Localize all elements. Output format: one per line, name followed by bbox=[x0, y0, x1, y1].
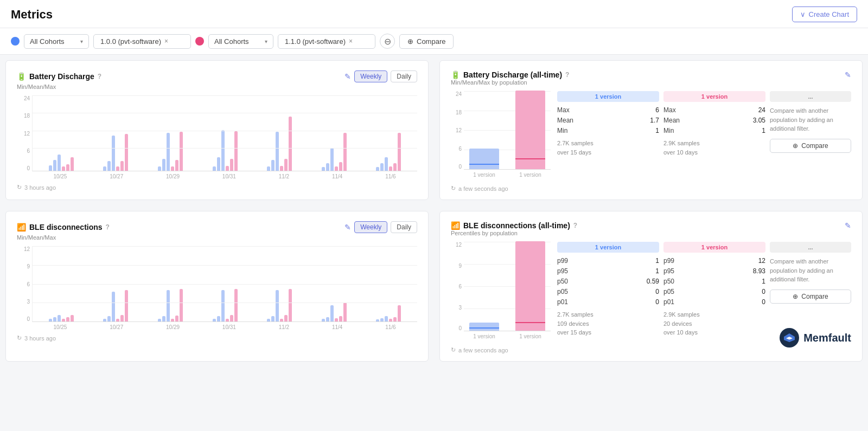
bar-pink-min bbox=[389, 166, 392, 171]
ble-weekly-toggle-button[interactable]: Weekly bbox=[354, 221, 387, 233]
compare-label: Compare bbox=[417, 37, 445, 46]
bd-compare-desc: Compare with another population by addin… bbox=[770, 106, 851, 133]
bar-pink-max bbox=[398, 133, 401, 171]
create-chart-button[interactable]: ∨ Create Chart bbox=[792, 7, 857, 22]
bar-pink-min bbox=[280, 166, 283, 171]
ble-edit-icon[interactable]: ✎ bbox=[344, 223, 351, 231]
y-label-6: 6 bbox=[17, 148, 30, 154]
bar-blue-mean bbox=[271, 160, 275, 171]
ble-stats-panel-1: 1 version p99 1 p95 1 p50 0.59 p05 bbox=[557, 242, 659, 342]
bar-pink-max bbox=[71, 157, 74, 171]
bd-x-label-1: 1 version bbox=[469, 172, 499, 178]
bd-alltime-title: 🔋 Battery Discharge (all-time) ? bbox=[451, 70, 569, 79]
bar-blue-mean bbox=[107, 161, 111, 171]
cohort2-select[interactable]: All Cohorts ▾ bbox=[208, 34, 273, 49]
bar-pink-min bbox=[335, 166, 338, 171]
compare-button[interactable]: ⊕ Compare bbox=[399, 34, 454, 49]
ble-alltime-y-axis: 12 9 6 3 0 bbox=[451, 242, 462, 342]
version1-close-button[interactable]: × bbox=[164, 37, 168, 45]
bar-blue-mean bbox=[326, 163, 329, 171]
ble-alltime-title-area: 📶 BLE disconnections (all-time) ? Percen… bbox=[451, 221, 577, 242]
bar-pink-mean bbox=[393, 163, 397, 171]
memfault-brand-name: Memfault bbox=[803, 332, 851, 344]
bd-alltime-y-axis: 24 18 12 6 0 bbox=[451, 91, 462, 181]
bar-blue-min bbox=[267, 166, 270, 171]
x-axis: 10/25 10/27 10/29 10/31 11/2 11/4 11/6 bbox=[32, 173, 417, 179]
bar-blue-mean bbox=[162, 159, 165, 171]
ble-bar-group-1029 bbox=[144, 289, 197, 321]
x-label-114: 11/4 bbox=[332, 173, 342, 179]
battery-discharge-title: 🔋 Battery Discharge ? bbox=[17, 72, 101, 81]
ble-compare-btn-label: Compare bbox=[801, 293, 828, 300]
ble-alltime-edit-icon[interactable]: ✎ bbox=[845, 221, 851, 230]
bd-alltime-subtitle: Min/Mean/Max by population bbox=[451, 79, 569, 86]
ble-bar-group-116 bbox=[362, 305, 415, 321]
ble-alltime-subtitle: Percentiles by population bbox=[451, 230, 577, 236]
battery-discharge-timestamp: ↻ 3 hours ago bbox=[17, 184, 417, 191]
bd-alltime-timestamp: ↻ a few seconds ago bbox=[451, 185, 851, 192]
charts-grid: 🔋 Battery Discharge ? ✎ Weekly Daily Min… bbox=[0, 55, 868, 367]
cohort1-select[interactable]: All Cohorts ▾ bbox=[24, 34, 89, 49]
bar-blue-mean bbox=[217, 157, 220, 171]
ble-alltime-bar-pink bbox=[515, 241, 545, 331]
ble-version1-header: 1 version bbox=[557, 242, 659, 253]
bar-pink-mean bbox=[230, 159, 233, 171]
x-label-1025: 10/25 bbox=[53, 173, 67, 179]
bar-blue-max bbox=[276, 132, 279, 171]
refresh-icon-4: ↻ bbox=[451, 346, 456, 353]
battery-discharge-help-icon[interactable]: ? bbox=[98, 73, 101, 80]
ble-alltime-help-icon[interactable]: ? bbox=[573, 222, 577, 229]
ble-alltime-bar-group-2 bbox=[515, 241, 545, 331]
bd-mean-row-1: Mean 1.7 bbox=[557, 117, 659, 124]
bd-alltime-edit-icon[interactable]: ✎ bbox=[845, 70, 851, 79]
y-label-0: 0 bbox=[17, 165, 30, 171]
cohort2-arrow-icon: ▾ bbox=[265, 38, 267, 44]
bd-alltime-bars: 1 version 1 version bbox=[464, 91, 551, 181]
bd-version2-header: 1 version bbox=[663, 91, 765, 102]
bar-pink-mean bbox=[66, 164, 69, 171]
battery-discharge-alltime-chart: 🔋 Battery Discharge (all-time) ? Min/Mea… bbox=[439, 60, 863, 200]
battery-discharge-edit-icon[interactable]: ✎ bbox=[344, 72, 351, 81]
daily-toggle-button[interactable]: Daily bbox=[391, 70, 417, 82]
bar-blue-max bbox=[58, 155, 61, 171]
bd-alltime-timestamp-label: a few seconds ago bbox=[458, 185, 508, 192]
bar-chart bbox=[32, 95, 417, 171]
ble-alltime-chart-area: 12 9 6 3 0 bbox=[451, 242, 551, 342]
bar-blue-mean bbox=[53, 160, 56, 171]
ble-compare-action-button[interactable]: ⊕ Compare bbox=[770, 290, 851, 304]
ble-bar-group-1025 bbox=[35, 315, 88, 321]
grid-line-top bbox=[33, 95, 417, 96]
bd-alltime-help-icon[interactable]: ? bbox=[565, 71, 569, 79]
page-title: Metrics bbox=[11, 8, 53, 22]
bd-bar-pink-line bbox=[515, 158, 545, 159]
weekly-toggle-button[interactable]: Weekly bbox=[354, 70, 387, 82]
version2-close-button[interactable]: × bbox=[349, 37, 353, 45]
ble-subtitle: Min/Mean/Max bbox=[17, 234, 417, 241]
create-chart-label: Create Chart bbox=[809, 10, 849, 18]
bar-pink-min bbox=[116, 166, 119, 171]
bd-compare-action-button[interactable]: ⊕ Compare bbox=[770, 139, 851, 153]
bar-blue-max bbox=[112, 136, 115, 171]
ble-stats-panel-2: 1 version p99 12 p95 8.93 p50 1 p05 bbox=[663, 242, 765, 342]
bar-pink-max bbox=[180, 132, 183, 171]
ble-daily-toggle-button[interactable]: Daily bbox=[391, 221, 417, 233]
bar-group-112 bbox=[253, 117, 306, 171]
bar-blue-min bbox=[376, 167, 379, 171]
ble-help-icon[interactable]: ? bbox=[106, 223, 110, 231]
bd-alltime-chart-area: 24 18 12 6 0 bbox=[451, 91, 551, 181]
bar-chart-container: 10/25 10/27 10/29 10/31 11/2 11/4 11/6 bbox=[32, 95, 417, 179]
refresh-icon-2: ↻ bbox=[451, 185, 456, 192]
cohort2-label: All Cohorts bbox=[214, 37, 249, 46]
ble-bar-group-114 bbox=[308, 303, 361, 321]
battery-discharge-controls: ✎ Weekly Daily bbox=[344, 70, 417, 82]
battery-discharge-header: 🔋 Battery Discharge ? ✎ Weekly Daily bbox=[17, 70, 417, 82]
remove-cohort-button[interactable]: ⊖ bbox=[380, 34, 395, 49]
bar-pink-max bbox=[125, 134, 128, 171]
bd-min-row-1: Min 1 bbox=[557, 127, 659, 134]
bd-bar-chart bbox=[464, 91, 551, 170]
cohort1-dot bbox=[11, 37, 20, 46]
bd-stats-panel-1: 1 version Max 6 Mean 1.7 Min 1 2.7K sam bbox=[557, 91, 659, 181]
ble-bar-group-112 bbox=[253, 289, 306, 321]
ble-alltime-x-labels: 1 version 1 version bbox=[464, 333, 551, 339]
ble-alltime-bar-group-1 bbox=[469, 323, 499, 331]
